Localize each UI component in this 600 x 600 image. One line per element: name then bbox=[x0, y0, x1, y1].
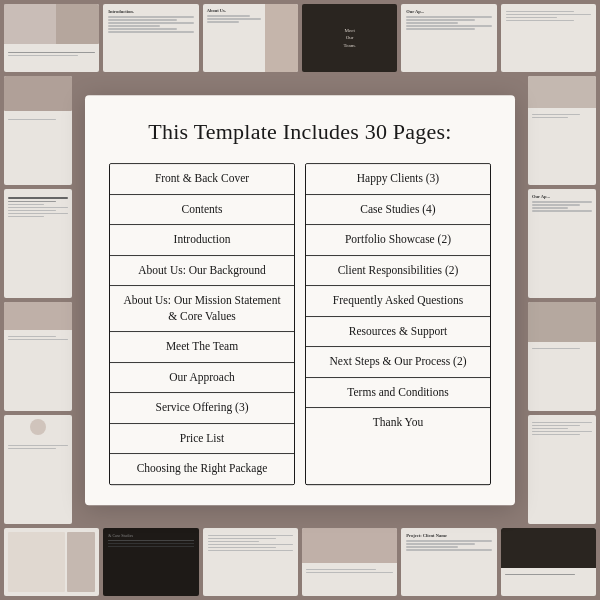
thumb-top-4: MeetOurTeam. bbox=[302, 4, 397, 72]
thumb-bot-4 bbox=[302, 528, 397, 596]
thumb-right-4 bbox=[528, 415, 596, 524]
list-item: Service Offering (3) bbox=[110, 393, 294, 424]
thumb-bot-1 bbox=[4, 528, 99, 596]
thumb-right-3 bbox=[528, 302, 596, 411]
list-item: Case Studies (4) bbox=[306, 195, 490, 226]
list-item: Client Responsibilities (2) bbox=[306, 256, 490, 287]
thumb-top-6 bbox=[501, 4, 596, 72]
list-item: About Us: Our Background bbox=[110, 256, 294, 287]
thumb-left-4 bbox=[4, 415, 72, 524]
list-item: Choosing the Right Package bbox=[110, 454, 294, 484]
thumb-top-5: Our Ap... bbox=[401, 4, 496, 72]
list-item: Next Steps & Our Process (2) bbox=[306, 347, 490, 378]
list-item: Resources & Support bbox=[306, 317, 490, 348]
main-card: This Template Includes 30 Pages: Front &… bbox=[85, 95, 515, 505]
right-thumbnails: Our Ap... bbox=[528, 76, 596, 524]
columns-wrapper: Front & Back Cover Contents Introduction… bbox=[109, 163, 491, 485]
thumb-top-1 bbox=[4, 4, 99, 72]
thumb-left-1 bbox=[4, 76, 72, 185]
list-item: Frequently Asked Questions bbox=[306, 286, 490, 317]
list-item: Our Approach bbox=[110, 363, 294, 394]
list-item: About Us: Our Mission Statement & Core V… bbox=[110, 286, 294, 332]
bottom-thumbnails: & Case Studies bbox=[4, 528, 596, 596]
list-item: Contents bbox=[110, 195, 294, 226]
list-item: Thank You bbox=[306, 408, 490, 438]
left-list: Front & Back Cover Contents Introduction… bbox=[109, 163, 295, 485]
thumb-left-3 bbox=[4, 302, 72, 411]
thumb-top-3: About Us. bbox=[203, 4, 298, 72]
thumb-bot-2: & Case Studies bbox=[103, 528, 198, 596]
top-thumbnails: Introduction. About Us. bbox=[4, 4, 596, 72]
list-item: Front & Back Cover bbox=[110, 164, 294, 195]
thumb-bot-3 bbox=[203, 528, 298, 596]
right-list: Happy Clients (3) Case Studies (4) Portf… bbox=[305, 163, 491, 485]
list-item: Terms and Conditions bbox=[306, 378, 490, 409]
thumb-top-2: Introduction. bbox=[103, 4, 198, 72]
list-item: Portfolio Showcase (2) bbox=[306, 225, 490, 256]
list-item: Introduction bbox=[110, 225, 294, 256]
list-item: Price List bbox=[110, 424, 294, 455]
thumb-bot-6 bbox=[501, 528, 596, 596]
list-item: Meet The Team bbox=[110, 332, 294, 363]
list-item: Happy Clients (3) bbox=[306, 164, 490, 195]
thumb-bot-5: Project: Client Name bbox=[401, 528, 496, 596]
page-title: This Template Includes 30 Pages: bbox=[109, 119, 491, 145]
thumb-left-2 bbox=[4, 189, 72, 298]
thumb-right-2: Our Ap... bbox=[528, 189, 596, 298]
thumb-right-1 bbox=[528, 76, 596, 185]
left-thumbnails bbox=[4, 76, 72, 524]
